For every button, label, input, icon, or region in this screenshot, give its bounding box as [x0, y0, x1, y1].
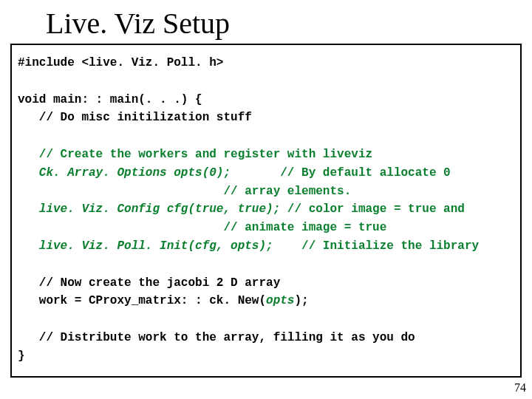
- code-comment: // array elements.: [18, 183, 514, 201]
- code-line: work = CProxy_matrix: : ck. New(opts);: [18, 292, 514, 310]
- code-stmt: live. Viz. Poll. Init(cfg, opts);: [18, 239, 273, 253]
- code-line: // Distribute work to the array, filling…: [18, 329, 514, 347]
- code-comment: // Initialize the library: [273, 239, 479, 253]
- code-line: #include <live. Viz. Poll. h>: [18, 54, 514, 72]
- code-line: // Now create the jacobi 2 D array: [18, 274, 514, 293]
- slide-title: Live. Viz Setup: [46, 6, 532, 41]
- code-comment: // color image = true and: [280, 202, 465, 216]
- code-arg: opts: [266, 294, 294, 307]
- code-line: void main: : main(. . .) {: [18, 91, 514, 109]
- code-comment: // Create the workers and register with …: [18, 146, 514, 164]
- code-line: // Do misc initilization stuff: [18, 109, 514, 127]
- code-stmt: Ck. Array. Options opts(0);: [18, 166, 231, 180]
- code-text: );: [294, 294, 308, 307]
- code-stmt: live. Viz. Config cfg(true, true);: [18, 202, 280, 216]
- code-line: Ck. Array. Options opts(0); // By defaul…: [18, 164, 514, 183]
- code-blank: [18, 310, 514, 329]
- code-blank: [18, 256, 514, 274]
- code-line: }: [18, 347, 514, 366]
- slide-number: 74: [514, 381, 526, 395]
- code-box: #include <live. Viz. Poll. h> void main:…: [10, 44, 522, 378]
- code-line: live. Viz. Poll. Init(cfg, opts); // Ini…: [18, 237, 514, 256]
- code-blank: [18, 127, 514, 146]
- code-comment: // animate image = true: [18, 219, 514, 237]
- code-comment: // By default allocate 0: [231, 166, 451, 180]
- code-line: live. Viz. Config cfg(true, true); // co…: [18, 200, 514, 219]
- code-blank: [18, 72, 514, 91]
- code-text: work = CProxy_matrix: : ck. New(: [18, 294, 266, 307]
